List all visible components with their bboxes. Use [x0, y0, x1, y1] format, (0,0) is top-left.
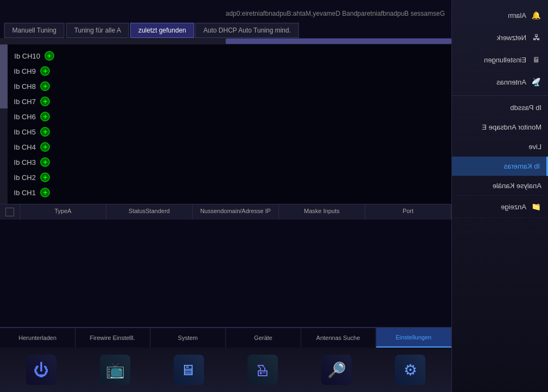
add-channel-button[interactable]: +: [40, 188, 50, 197]
sidebar: 🔔 Alarm 🖧 Netzwerk 🖥 Einstellungen 📡 Ant…: [451, 0, 548, 392]
add-channel-button[interactable]: +: [40, 172, 50, 182]
bottom-icon-print[interactable]: 🖨: [247, 355, 278, 385]
channel-area: Ib CH10 + Ib CH9 + Ib CH8 + Ib CH7 +: [0, 44, 451, 204]
bottom-icon-search[interactable]: 🔍: [321, 355, 352, 385]
sidebar-item-label: Monitor Andsape E: [482, 123, 541, 131]
channel-list: Ib CH10 + Ib CH9 + Ib CH8 + Ib CH7 +: [0, 44, 451, 204]
bottom-icon-firewire[interactable]: 📺: [100, 355, 130, 385]
sidebar-item-label: Antennas: [496, 78, 526, 86]
tab-last-found[interactable]: zuletzt gefunden: [130, 23, 194, 38]
scrollbar-track[interactable]: [0, 44, 8, 204]
bottom-tab-herunterladen[interactable]: Herunterladen: [0, 328, 75, 348]
channel-name: Ib CH7: [14, 98, 36, 106]
sidebar-item-live[interactable]: Live: [452, 137, 548, 157]
channel-name: Ib CH3: [14, 158, 36, 166]
bottom-tab-einstellungen[interactable]: Einstellungen: [376, 328, 451, 348]
dialog-container: Scannen adp0:eiretniafbnadpuB:ahtaM,yeva…: [0, 0, 451, 327]
alarm-icon: 🔔: [531, 10, 541, 21]
scrollbar-thumb: [0, 44, 8, 108]
channel-name: Ib CH5: [14, 128, 36, 136]
sidebar-item-anzeige[interactable]: 📁 Anzeige: [452, 196, 548, 218]
main-content: Scannen adp0:eiretniafbnadpuB:ahtaM,yeva…: [0, 0, 451, 392]
tab-auto-all[interactable]: Tuning für alle A: [66, 23, 129, 38]
channel-name: Ib CH1: [14, 189, 36, 197]
table-header-status: StatusStanderd: [106, 204, 193, 220]
bottom-icons: ⏻ 📺 🖥 🖨 🔍 ⚙: [0, 348, 451, 392]
bottom-tab-geraet[interactable]: Geräte: [226, 328, 301, 348]
sidebar-item-antennas[interactable]: 📡 Antennas: [452, 71, 548, 93]
sidebar-item-label: Analyse Kanäle: [493, 182, 541, 190]
channel-row: Ib CH9 +: [11, 64, 447, 78]
add-channel-button[interactable]: +: [40, 157, 50, 167]
display-icon: 🖥: [531, 54, 541, 65]
add-channel-button[interactable]: +: [40, 66, 50, 76]
sidebar-item-label: Anzeige: [501, 203, 526, 211]
sidebar-item-network[interactable]: 🖧 Netzwerk: [452, 27, 548, 49]
bottom-tab-system[interactable]: System: [150, 328, 226, 348]
table-header-mask: Maske Inputs: [279, 204, 365, 220]
bottom-table: TypeA StatusStanderd Nussendomain/Adress…: [0, 204, 451, 220]
table-header: TypeA StatusStanderd Nussendomain/Adress…: [0, 204, 451, 220]
bottom-icon-system[interactable]: 🖥: [174, 355, 204, 385]
firewire-icon: 📺: [100, 355, 130, 385]
bottom-nav: Herunterladen Firewire Einstelll. System…: [0, 327, 451, 392]
table-header-checkbox: [0, 204, 20, 220]
sidebar-item-monitor[interactable]: Monitor Andsape E: [452, 118, 548, 137]
sidebar-item-label: Einstellungen: [484, 56, 526, 64]
add-channel-button[interactable]: +: [40, 97, 50, 106]
sidebar-item-ib-kamera[interactable]: Ib Kameras: [452, 157, 548, 176]
table-header-type: TypeA: [20, 204, 106, 220]
channel-name: Ib CH2: [14, 173, 36, 182]
sidebar-item-label: Ib Kameras: [504, 162, 540, 170]
channel-row: Ib CH2 +: [11, 170, 447, 184]
sidebar-item-ip-passdb[interactable]: Ib Passdb: [452, 98, 548, 118]
table-select-all[interactable]: [5, 208, 14, 216]
channel-row: Ib CH1 +: [11, 185, 447, 200]
sidebar-item-display[interactable]: 🖥 Einstellungen: [452, 49, 548, 71]
channel-name: Ib CH8: [14, 82, 36, 91]
print-icon: 🖨: [247, 355, 278, 385]
antenna-icon: 📡: [531, 76, 541, 87]
add-channel-button[interactable]: +: [44, 51, 54, 61]
sidebar-item-label: Live: [528, 143, 541, 151]
table-header-port: Port: [365, 204, 451, 220]
bottom-tabs: Herunterladen Firewire Einstelll. System…: [0, 328, 451, 348]
add-channel-button[interactable]: +: [40, 112, 50, 121]
bottom-tab-firewire[interactable]: Firewire Einstelll.: [75, 328, 151, 348]
channel-row: Ib CH4 +: [11, 140, 447, 154]
search-icon: 🔍: [321, 355, 352, 385]
network-icon: 🖧: [531, 32, 541, 43]
sidebar-item-label: Ib Passdb: [510, 104, 541, 112]
tab-auto-dhcp[interactable]: Auto DHCP Auto Tuning mind.: [195, 23, 299, 38]
channel-row: Ib CH8 +: [11, 79, 447, 93]
bottom-tab-antennas[interactable]: Antennas Suche: [301, 328, 377, 348]
channel-name: Ib CH6: [14, 113, 36, 121]
sidebar-item-alarm[interactable]: 🔔 Alarm: [452, 4, 548, 27]
sidebar-item-analyse[interactable]: Analyse Kanäle: [452, 176, 548, 196]
tabs-row: Manuell Tuning Tuning für alle A zuletzt…: [0, 21, 451, 38]
add-channel-button[interactable]: +: [40, 127, 50, 137]
channel-row: Ib CH10 +: [11, 49, 447, 63]
channel-name: Ib CH10: [14, 52, 40, 60]
channel-name: Ib CH4: [14, 143, 36, 151]
bottom-icon-settings[interactable]: ⚙: [395, 355, 425, 385]
channel-row: Ib CH5 +: [11, 125, 447, 139]
h-scroll-thumb: [226, 38, 451, 44]
settings-icon: ⚙: [395, 355, 425, 385]
sidebar-divider: [452, 95, 548, 96]
add-channel-button[interactable]: +: [40, 81, 50, 91]
system-icon: 🖥: [174, 355, 204, 385]
channel-name: Ib CH9: [14, 67, 36, 75]
power-icon: ⏻: [26, 355, 56, 385]
sidebar-item-label: Netzwerk: [497, 34, 526, 42]
horizontal-scrollbar[interactable]: [0, 38, 451, 44]
tab-manual[interactable]: Manuell Tuning: [4, 23, 65, 38]
app-container: 🔔 Alarm 🖧 Netzwerk 🖥 Einstellungen 📡 Ant…: [0, 0, 548, 392]
bottom-icon-power[interactable]: ⏻: [26, 355, 56, 385]
add-channel-button[interactable]: +: [40, 142, 50, 152]
folder-icon: 📁: [531, 201, 541, 212]
table-header-ip: Nussendomain/Adresse IP: [193, 204, 279, 220]
channel-row: Ib CH7 +: [11, 94, 447, 108]
dialog-title: adp0:eiretniafbnadpuB:ahtaM,yevameD Band…: [0, 0, 451, 21]
channel-row: Ib CH6 +: [11, 110, 447, 124]
